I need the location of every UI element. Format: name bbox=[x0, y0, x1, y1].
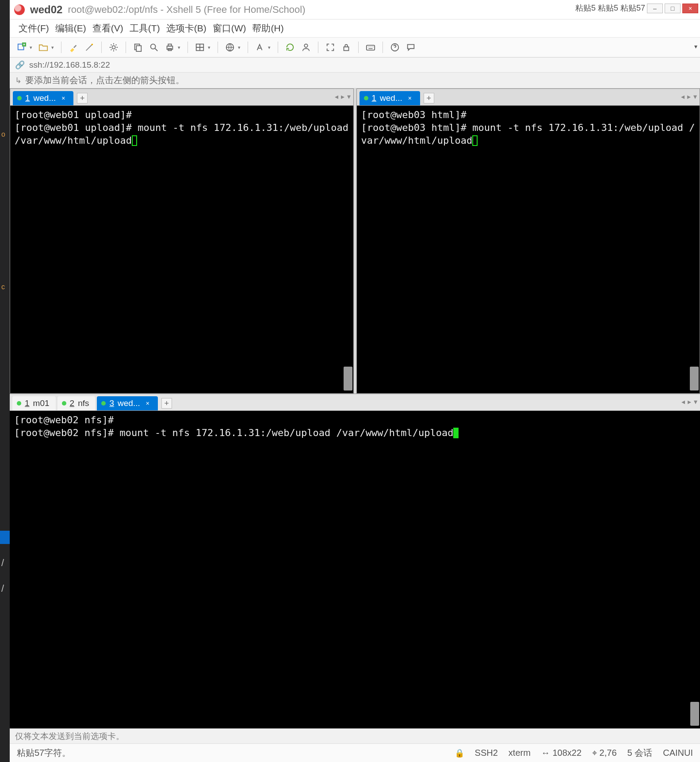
chevron-left-icon[interactable]: ◂ bbox=[335, 92, 338, 101]
svg-point-12 bbox=[304, 44, 307, 47]
cursor-icon bbox=[453, 428, 459, 438]
gutter-slash: / bbox=[1, 583, 4, 594]
tab-nav-arrows[interactable]: ◂▸▾ bbox=[681, 92, 697, 101]
menu-tools[interactable]: 工具(T) bbox=[130, 22, 160, 34]
window-title-secondary: root@web02:/opt/nfs - Xshell 5 (Free for… bbox=[68, 4, 305, 15]
top-split: 1 wed... × + ◂▸▾ [root@web01 upload]# [r… bbox=[10, 88, 700, 394]
toolbar-separator bbox=[358, 42, 359, 53]
refresh-icon[interactable] bbox=[283, 41, 297, 54]
search-icon[interactable] bbox=[147, 41, 161, 54]
toolbar-overflow-icon[interactable]: ▾ bbox=[694, 43, 697, 50]
cursor-icon bbox=[132, 135, 137, 146]
close-button[interactable]: × bbox=[682, 4, 698, 13]
dropdown-icon[interactable]: ▾ bbox=[694, 398, 697, 406]
maximize-button[interactable]: □ bbox=[665, 4, 681, 13]
status-dot-icon bbox=[364, 96, 368, 100]
tab-row: 1 m01 2 nfs 3 wed... × + ◂▸▾ bbox=[10, 394, 700, 411]
fullscreen-icon[interactable] bbox=[324, 41, 337, 54]
lock-icon[interactable] bbox=[340, 41, 353, 54]
chevron-right-icon[interactable]: ▸ bbox=[687, 92, 691, 101]
tab-m01[interactable]: 1 m01 bbox=[12, 396, 56, 410]
status-ssh: SSH2 bbox=[475, 748, 498, 758]
status-xterm: xterm bbox=[509, 748, 531, 758]
scrollbar-thumb[interactable] bbox=[690, 367, 699, 391]
tab-close-icon[interactable]: × bbox=[406, 94, 414, 102]
status-caps: CAINUI bbox=[663, 748, 693, 758]
font-icon[interactable] bbox=[253, 41, 267, 54]
svg-point-3 bbox=[112, 46, 115, 49]
status-left: 粘贴57字符。 bbox=[17, 747, 71, 759]
send-target-bar[interactable]: 仅将文本发送到当前选项卡。 bbox=[10, 728, 700, 743]
new-session-icon[interactable] bbox=[15, 41, 28, 54]
status-dot-icon bbox=[62, 401, 66, 406]
user-icon[interactable] bbox=[299, 41, 313, 54]
chevron-right-icon[interactable]: ▸ bbox=[688, 398, 691, 406]
toolbar-separator bbox=[318, 42, 318, 53]
tab-nav-arrows[interactable]: ◂▸▾ bbox=[335, 92, 351, 101]
layout-icon[interactable] bbox=[193, 41, 207, 54]
hint-arrow-icon: ↳ bbox=[15, 76, 22, 85]
chevron-right-icon[interactable]: ▸ bbox=[341, 92, 344, 101]
wand-icon[interactable] bbox=[83, 41, 96, 54]
scrollbar-thumb[interactable] bbox=[690, 702, 699, 726]
print-icon[interactable] bbox=[163, 41, 176, 54]
copy-icon[interactable] bbox=[131, 41, 145, 54]
minimize-button[interactable]: – bbox=[647, 4, 663, 13]
chevron-left-icon[interactable]: ◂ bbox=[681, 92, 685, 101]
menu-tab[interactable]: 选项卡(B) bbox=[166, 22, 207, 34]
tab-add-button[interactable]: + bbox=[161, 398, 172, 409]
dropdown-icon[interactable]: ▾ bbox=[347, 92, 351, 101]
globe-icon[interactable] bbox=[223, 41, 237, 54]
pane-left: 1 wed... × + ◂▸▾ [root@web01 upload]# [r… bbox=[10, 88, 354, 394]
highlight-icon[interactable] bbox=[67, 41, 80, 54]
tab-wed-right[interactable]: 1 wed... × bbox=[360, 91, 420, 105]
terminal-right[interactable]: [root@web03 html]# [root@web03 html]# mo… bbox=[357, 106, 700, 393]
tab-nfs[interactable]: 2 nfs bbox=[57, 396, 96, 410]
toolbar-separator bbox=[218, 42, 218, 53]
tab-add-button[interactable]: + bbox=[77, 93, 88, 103]
dropdown-icon[interactable]: ▾ bbox=[178, 45, 182, 50]
status-bar: 粘贴57字符。 🔒 SSH2 xterm ↔ 108x22 ⌖ 2,76 5 会… bbox=[10, 743, 700, 762]
dropdown-icon[interactable]: ▾ bbox=[693, 92, 697, 101]
hint-bar: ↳ 要添加当前会话，点击左侧的箭头按钮。 bbox=[10, 73, 700, 88]
toolbar-separator bbox=[278, 42, 278, 53]
chat-icon[interactable] bbox=[404, 41, 417, 54]
dropdown-icon[interactable]: ▾ bbox=[238, 45, 242, 50]
pos-icon: ⌖ bbox=[592, 748, 597, 758]
tab-nav-arrows[interactable]: ◂▸▾ bbox=[681, 398, 697, 406]
term-line: [root@web03 html]# bbox=[361, 109, 467, 120]
svg-rect-13 bbox=[344, 47, 349, 50]
address-url[interactable]: ssh://192.168.15.8:22 bbox=[29, 60, 110, 70]
menu-file[interactable]: 文件(F) bbox=[19, 22, 49, 34]
scrollbar-thumb[interactable] bbox=[344, 367, 352, 391]
tab-close-icon[interactable]: × bbox=[59, 94, 67, 102]
svg-point-2 bbox=[92, 44, 93, 46]
term-line: [root@web01 upload]# bbox=[15, 109, 132, 120]
title-bar: wed02 root@web02:/opt/nfs - Xshell 5 (Fr… bbox=[10, 0, 700, 19]
dropdown-icon[interactable]: ▾ bbox=[208, 45, 212, 50]
gear-icon[interactable] bbox=[107, 41, 120, 54]
dropdown-icon[interactable]: ▾ bbox=[30, 45, 34, 50]
menu-edit[interactable]: 编辑(E) bbox=[55, 22, 86, 34]
status-dot-icon bbox=[101, 401, 106, 406]
tab-add-button[interactable]: + bbox=[424, 93, 434, 103]
tab-wed-left[interactable]: 1 wed... × bbox=[13, 91, 73, 105]
menu-view[interactable]: 查看(V) bbox=[92, 22, 123, 34]
dropdown-icon[interactable]: ▾ bbox=[268, 45, 272, 50]
title-right-cluster: 粘贴5 粘贴5 粘贴57 – □ × bbox=[575, 3, 698, 13]
tab-label: wed... bbox=[118, 398, 140, 408]
terminal-bottom[interactable]: [root@web02 nfs]# [root@web02 nfs]# moun… bbox=[10, 411, 700, 728]
dropdown-icon[interactable]: ▾ bbox=[51, 45, 56, 50]
chevron-left-icon[interactable]: ◂ bbox=[681, 398, 685, 406]
help-icon[interactable] bbox=[388, 41, 402, 54]
open-icon[interactable] bbox=[37, 41, 50, 54]
tab-label: wed... bbox=[380, 93, 402, 103]
keyboard-icon[interactable] bbox=[364, 41, 377, 54]
tab-wed02[interactable]: 3 wed... × bbox=[97, 396, 157, 410]
gutter-slash: / bbox=[1, 557, 4, 569]
status-dot-icon bbox=[17, 96, 22, 100]
menu-help[interactable]: 帮助(H) bbox=[252, 22, 283, 34]
tab-close-icon[interactable]: × bbox=[144, 399, 152, 407]
menu-window[interactable]: 窗口(W) bbox=[213, 22, 246, 34]
terminal-left[interactable]: [root@web01 upload]# [root@web01 upload]… bbox=[10, 106, 353, 393]
